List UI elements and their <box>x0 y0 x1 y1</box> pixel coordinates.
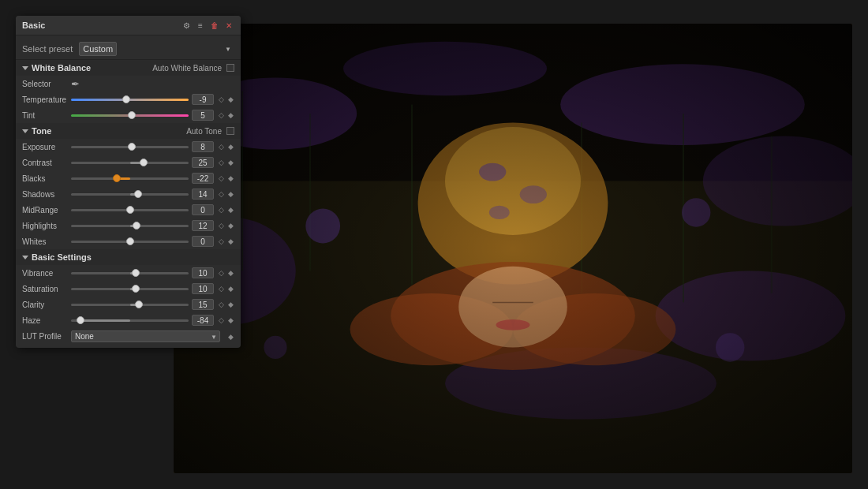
exposure-track[interactable] <box>71 146 189 148</box>
contrast-expand-icon[interactable]: ◆ <box>226 159 234 166</box>
whites-expand-icon[interactable]: ◆ <box>226 237 234 245</box>
contrast-value[interactable]: 25 <box>192 157 214 168</box>
blacks-expand-icon[interactable]: ◆ <box>226 174 234 182</box>
whites-slider-container <box>71 236 189 247</box>
panel-icons: ⚙ ≡ 🗑 ✕ <box>181 20 234 31</box>
midrange-thumb[interactable] <box>126 206 134 214</box>
tint-reset-icon[interactable]: ◇ <box>217 111 225 119</box>
clarity-value[interactable]: 15 <box>192 299 214 310</box>
white-balance-section-header[interactable]: White Balance Auto White Balance <box>16 60 241 76</box>
midrange-controls: ◇ ◆ <box>217 206 234 214</box>
tint-controls: ◇ ◆ <box>217 111 234 119</box>
contrast-track[interactable] <box>71 162 189 164</box>
saturation-controls: ◇ ◆ <box>217 285 234 293</box>
shadows-track[interactable] <box>71 193 189 196</box>
midrange-reset-icon[interactable]: ◇ <box>217 206 225 214</box>
whites-thumb[interactable] <box>126 237 134 245</box>
haze-value[interactable]: -84 <box>192 315 214 326</box>
tint-row: Tint 5 ◇ ◆ <box>16 107 241 123</box>
vibrance-row: Vibrance 10 ◇ ◆ <box>16 265 241 281</box>
saturation-reset-icon[interactable]: ◇ <box>217 285 225 293</box>
exposure-reset-icon[interactable]: ◇ <box>217 143 225 151</box>
whites-reset-icon[interactable]: ◇ <box>217 237 225 245</box>
stack-icon[interactable]: ≡ <box>195 20 206 31</box>
trash-icon[interactable]: 🗑 <box>209 20 220 31</box>
temperature-track[interactable] <box>71 99 189 101</box>
highlights-value[interactable]: 12 <box>192 220 214 231</box>
blacks-value[interactable]: -22 <box>192 173 214 184</box>
saturation-track[interactable] <box>71 288 189 290</box>
midrange-expand-icon[interactable]: ◆ <box>226 206 234 214</box>
vibrance-expand-icon[interactable]: ◆ <box>226 269 234 277</box>
highlights-thumb[interactable] <box>133 222 140 230</box>
wb-auto-checkbox[interactable] <box>226 64 234 72</box>
temperature-value[interactable]: -9 <box>192 94 214 105</box>
temperature-reset-icon[interactable]: ◇ <box>217 95 225 103</box>
midrange-value[interactable]: 0 <box>192 204 214 215</box>
contrast-thumb[interactable] <box>140 159 148 166</box>
vibrance-track[interactable] <box>71 272 189 274</box>
tone-section-header[interactable]: Tone Auto Tone <box>16 123 241 139</box>
lut-select-wrapper: None ▼ <box>71 330 220 342</box>
contrast-controls: ◇ ◆ <box>217 159 234 166</box>
lut-expand-icon[interactable]: ◆ <box>226 333 234 341</box>
shadows-value[interactable]: 14 <box>192 189 214 200</box>
blacks-track[interactable] <box>71 177 189 180</box>
temperature-slider-container <box>71 94 189 105</box>
saturation-value[interactable]: 10 <box>192 283 214 294</box>
clarity-track[interactable] <box>71 304 189 306</box>
midrange-row: MidRange 0 ◇ ◆ <box>16 202 241 218</box>
highlights-reset-icon[interactable]: ◇ <box>217 222 225 230</box>
tone-auto-checkbox[interactable] <box>226 127 234 135</box>
clarity-expand-icon[interactable]: ◆ <box>226 300 234 308</box>
haze-fill <box>80 319 130 322</box>
saturation-thumb[interactable] <box>132 285 140 293</box>
wb-section-right: Auto White Balance <box>152 64 234 73</box>
tint-value[interactable]: 5 <box>192 110 214 121</box>
vibrance-value[interactable]: 10 <box>192 267 214 278</box>
shadows-thumb[interactable] <box>134 190 142 198</box>
saturation-expand-icon[interactable]: ◆ <box>226 285 234 293</box>
whites-value[interactable]: 0 <box>192 236 214 247</box>
haze-reset-icon[interactable]: ◇ <box>217 316 225 324</box>
wb-collapse-icon <box>22 66 28 70</box>
basic-settings-section-header[interactable]: Basic Settings <box>16 249 241 265</box>
clarity-reset-icon[interactable]: ◇ <box>217 300 225 308</box>
shadows-expand-icon[interactable]: ◆ <box>226 190 234 198</box>
temperature-expand-icon[interactable]: ◆ <box>226 95 234 103</box>
tint-thumb[interactable] <box>128 111 136 119</box>
haze-expand-icon[interactable]: ◆ <box>226 316 234 324</box>
highlights-track[interactable] <box>71 225 189 227</box>
lut-select[interactable]: None <box>71 330 220 342</box>
contrast-row: Contrast 25 ◇ ◆ <box>16 155 241 170</box>
temperature-row: Temperature -9 ◇ ◆ <box>16 91 241 107</box>
eyedropper-icon[interactable]: ✒ <box>71 78 80 90</box>
temperature-thumb[interactable] <box>122 95 130 103</box>
blacks-thumb[interactable] <box>113 174 121 182</box>
blacks-reset-icon[interactable]: ◇ <box>217 174 225 182</box>
exposure-thumb[interactable] <box>128 143 136 151</box>
shadows-reset-icon[interactable]: ◇ <box>217 190 225 198</box>
vibrance-reset-icon[interactable]: ◇ <box>217 269 225 277</box>
exposure-value[interactable]: 8 <box>192 141 214 152</box>
tint-slider-container <box>71 110 189 121</box>
settings-icon[interactable]: ⚙ <box>181 20 192 31</box>
panel-title: Basic <box>22 21 45 30</box>
highlights-expand-icon[interactable]: ◆ <box>226 222 234 230</box>
midrange-slider-container <box>71 204 189 215</box>
tint-track[interactable] <box>71 114 189 117</box>
exposure-expand-icon[interactable]: ◆ <box>226 143 234 151</box>
contrast-reset-icon[interactable]: ◇ <box>217 159 225 166</box>
haze-controls: ◇ ◆ <box>217 316 234 324</box>
vibrance-thumb[interactable] <box>132 269 140 277</box>
tint-expand-icon[interactable]: ◆ <box>226 111 234 119</box>
whites-controls: ◇ ◆ <box>217 237 234 245</box>
main-container: Basic ⚙ ≡ 🗑 ✕ Select preset Custom ▼ <box>16 16 852 473</box>
close-icon[interactable]: ✕ <box>223 20 234 31</box>
whites-track[interactable] <box>71 241 189 243</box>
midrange-track[interactable] <box>71 209 189 211</box>
preset-select[interactable]: Custom <box>79 42 117 56</box>
haze-thumb[interactable] <box>77 316 84 324</box>
clarity-thumb[interactable] <box>135 300 143 308</box>
haze-track[interactable] <box>71 319 189 322</box>
